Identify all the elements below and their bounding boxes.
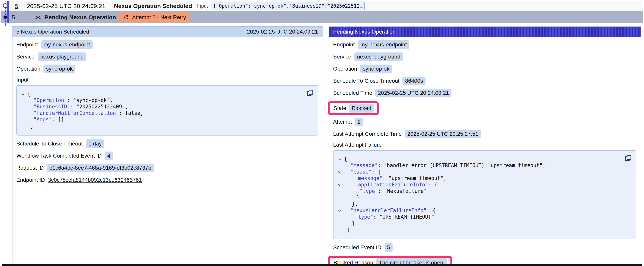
field-endpoint: Endpointmy-nexus-endpoint: [333, 40, 636, 49]
event-timestamp: 2025-02-25 UTC 20:24:09.21: [27, 3, 106, 9]
timeline-node-open-icon[interactable]: [3, 3, 8, 8]
collapse-caret-icon[interactable]: [336, 182, 344, 187]
event-name: Nexus Operation Scheduled: [114, 3, 192, 9]
event-row-scheduled[interactable]: 5 2025-02-25 UTC 20:24:09.21 Nexus Opera…: [1, 1, 643, 11]
field-label: Operation: [333, 66, 357, 72]
field-value-link[interactable]: 3c0c75ccfa8144b092c13ce632463761: [48, 176, 142, 184]
field-scheduled-event-id: Scheduled Event ID5: [333, 243, 636, 252]
field-scheduled-time: Scheduled Time2025-02-25 UTC 20:24:09.21: [333, 89, 636, 97]
field-label: Service: [333, 54, 351, 60]
section-label-input: Input: [16, 77, 318, 83]
json-gutter: [336, 162, 344, 164]
scheduled-panel-header: 5 Nexus Operation Scheduled 2025-02-25 U…: [12, 27, 322, 37]
field-value-badge: sync-op-ok: [44, 65, 75, 73]
field-label: Schedule To Close Timeout: [333, 78, 400, 84]
field-last-attempt-complete-time: Last Attempt Complete Time2025-02-25 UTC…: [333, 130, 636, 138]
field-label: State: [334, 105, 346, 111]
input-label: Input: [197, 3, 208, 9]
field-request-id: Request IDb1c6a4bc-8ee7-468a-9169-df3b02…: [16, 164, 318, 172]
json-line: "message": "handler error (UPSTREAM_TIME…: [336, 162, 622, 169]
field-label: Service: [16, 54, 34, 60]
field-value-badge: nexus-playground: [38, 53, 86, 61]
json-line: "HandlerWaitForCancellation": false,: [19, 110, 304, 116]
pending-panel-header: Pending Nexus Operation: [329, 27, 641, 37]
timeline-node-current-icon[interactable]: [3, 15, 8, 20]
section-label-last-attempt-failure: Last Attempt Failure: [333, 142, 636, 148]
field-value-badge: sync-op-ok: [360, 65, 392, 73]
json-gutter: [19, 123, 27, 124]
event-id-link[interactable]: 5: [12, 14, 15, 21]
json-gutter: [19, 97, 27, 99]
field-service: Servicenexus-playground: [333, 53, 636, 61]
json-gutter: [19, 116, 27, 118]
field-label: Operation: [16, 66, 40, 72]
field-operation: Operationsync-op-ok: [16, 65, 318, 73]
json-line: }: [336, 194, 622, 201]
field-label: Scheduled Event ID: [333, 244, 382, 250]
field-attempt: Attempt2: [333, 118, 636, 126]
copy-icon[interactable]: [306, 89, 314, 97]
json-line: "BusinessID": "20250225122409",: [19, 104, 304, 110]
json-line: {: [336, 156, 622, 162]
json-line: "type": "UPSTREAM_TIMEOUT": [336, 214, 622, 220]
scheduled-panel-body: Endpointmy-nexus-endpointServicenexus-pl…: [12, 37, 322, 184]
scheduled-event-panel: 5 Nexus Operation Scheduled 2025-02-25 U…: [12, 26, 323, 263]
field-value-badge: 86400s: [402, 77, 426, 85]
json-line: }: [336, 227, 622, 233]
json-gutter: [336, 194, 344, 196]
input-preview-chip[interactable]: {"Operation":"sync-op-ok","BusinessID":"…: [211, 2, 365, 10]
left-input_json-json-viewer: {"Operation": "sync-op-ok","BusinessID":…: [16, 85, 318, 136]
json-gutter: [336, 214, 344, 215]
retry-icon: [124, 15, 129, 20]
pending-operation-panel: Pending Nexus Operation Endpointmy-nexus…: [329, 26, 641, 263]
field-label: Scheduled Time: [333, 90, 372, 96]
field-value-badge: Blocked: [349, 104, 374, 113]
field-label: Last Attempt Complete Time: [333, 131, 402, 137]
field-value-badge: nexus-playground: [354, 53, 403, 61]
field-schedule-to-close-timeout: Schedule To Close Timeout1 day: [16, 139, 318, 148]
field-label: Workflow Task Completed Event ID: [16, 153, 102, 159]
right-failure_json-json-viewer: {"message": "handler error (UPSTREAM_TIM…: [333, 150, 636, 239]
collapse-caret-icon[interactable]: [336, 169, 344, 174]
copy-icon[interactable]: [624, 154, 632, 162]
field-label: Endpoint: [16, 42, 38, 48]
json-line: "Operation": "sync-op-ok",: [19, 97, 304, 104]
panel-timestamp: 2025-02-25 UTC 20:24:09.21: [247, 29, 318, 35]
event-id-link[interactable]: 5: [15, 3, 18, 9]
field-endpoint: Endpointmy-nexus-endpoint: [16, 40, 318, 49]
field-label: Schedule To Close Timeout: [16, 141, 83, 147]
panel-title: 5 Nexus Operation Scheduled: [16, 29, 89, 35]
json-line: "Args": []: [19, 116, 304, 123]
selected-event-bar: [8, 1, 9, 24]
event-name: Pending Nexus Operation: [45, 14, 116, 21]
collapse-caret-icon[interactable]: [336, 207, 344, 213]
field-schedule-to-close-timeout: Schedule To Close Timeout86400s: [333, 77, 636, 85]
retry-status-badge: Attempt 2 · Next Retry: [119, 13, 190, 22]
field-value-badge: 4: [105, 152, 113, 160]
field-value-badge: 5: [384, 243, 393, 252]
field-value-badge: 1 day: [86, 139, 104, 148]
json-gutter: [336, 175, 344, 176]
collapse-caret-icon[interactable]: [19, 91, 27, 96]
json-line: }: [19, 123, 304, 129]
json-gutter: [336, 188, 344, 189]
json-gutter: [336, 227, 344, 228]
field-label: Attempt: [333, 119, 352, 125]
json-gutter: [336, 201, 344, 202]
pending-asterisk-icon: [34, 14, 42, 21]
panel-title: Pending Nexus Operation: [333, 29, 396, 35]
field-value-badge: my-nexus-endpoint: [358, 40, 409, 49]
json-line: "cause": {: [336, 169, 622, 175]
event-row-pending[interactable]: 5 Pending Nexus Operation Attempt 2 · Ne…: [1, 11, 643, 24]
json-gutter: [19, 104, 27, 105]
field-value-badge: my-nexus-endpoint: [41, 40, 92, 49]
json-line: },: [336, 201, 622, 207]
field-state: StateBlocked: [334, 104, 374, 113]
field-endpoint-id: Endpoint ID3c0c75ccfa8144b092c13ce632463…: [16, 176, 318, 184]
field-value-badge: 2025-02-25 UTC 20:24:09.21: [376, 89, 452, 97]
json-gutter: [336, 220, 344, 221]
field-label: Endpoint: [333, 42, 355, 48]
json-line: "message": "upstream timeout",: [336, 175, 622, 182]
json-line: "type": "NexusFailure": [336, 188, 622, 194]
collapse-caret-icon[interactable]: [336, 156, 344, 161]
